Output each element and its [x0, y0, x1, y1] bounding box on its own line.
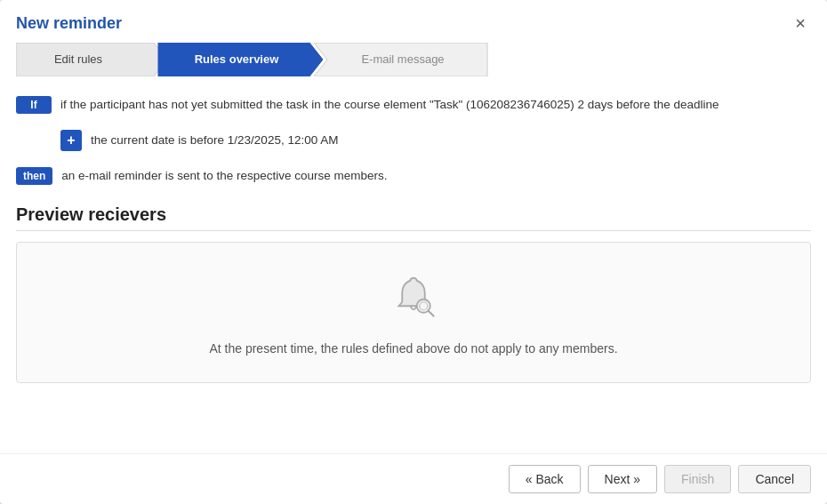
- close-button[interactable]: ×: [790, 12, 811, 34]
- svg-text:Edit rules: Edit rules: [54, 52, 103, 66]
- modal-header: New reminder ×: [0, 0, 827, 43]
- steps-bar: Edit rules Rules overview E-mail message: [16, 43, 811, 76]
- then-rule-text: an e-mail reminder is sent to the respec…: [61, 168, 387, 185]
- preview-section: Preview recievers: [16, 204, 811, 383]
- new-reminder-modal: New reminder × Edit rules Rules overview…: [0, 0, 827, 504]
- preview-title: Preview recievers: [16, 204, 811, 225]
- if-badge: If: [16, 96, 52, 114]
- modal-footer: « Back Next » Finish Cancel: [0, 453, 827, 504]
- back-button[interactable]: « Back: [509, 465, 581, 493]
- finish-button: Finish: [664, 465, 731, 493]
- if-rule-text: if the participant has not yet submitted…: [60, 97, 719, 114]
- cancel-button[interactable]: Cancel: [738, 465, 811, 493]
- no-results-icon: [387, 269, 440, 332]
- then-badge: then: [16, 167, 52, 185]
- section-divider: [16, 230, 811, 231]
- svg-text:E-mail message: E-mail message: [361, 52, 444, 66]
- then-rule-line: then an e-mail reminder is sent to the r…: [16, 162, 811, 190]
- plus-badge: +: [60, 130, 82, 151]
- modal-body: If if the participant has not yet submit…: [0, 91, 827, 453]
- plus-rule-line: + the current date is before 1/23/2025, …: [60, 126, 811, 155]
- svg-text:Rules overview: Rules overview: [195, 52, 280, 66]
- preview-box: At the present time, the rules defined a…: [16, 242, 811, 383]
- next-button[interactable]: Next »: [588, 465, 657, 493]
- if-rule-line: If if the participant has not yet submit…: [16, 91, 811, 119]
- svg-line-7: [429, 311, 434, 316]
- preview-empty-text: At the present time, the rules defined a…: [209, 341, 617, 356]
- plus-rule-text: the current date is before 1/23/2025, 12…: [91, 132, 338, 149]
- modal-title: New reminder: [16, 14, 122, 33]
